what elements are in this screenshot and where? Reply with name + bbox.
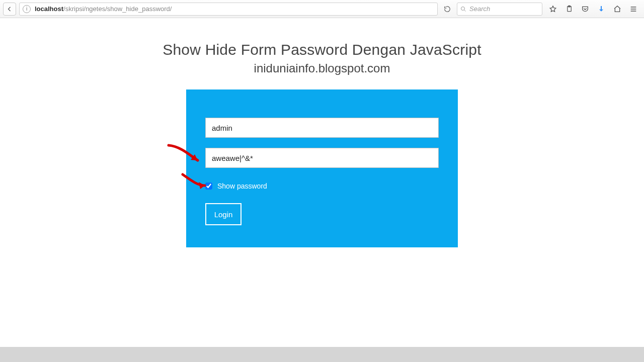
pocket-icon[interactable] (581, 5, 590, 14)
login-panel: Show password Login (186, 89, 458, 247)
svg-point-0 (461, 7, 465, 10)
search-icon (460, 6, 466, 12)
download-icon[interactable] (597, 5, 606, 14)
show-password-checkbox[interactable] (205, 183, 212, 190)
show-password-label: Show password (217, 182, 267, 190)
bottom-shade (0, 347, 644, 362)
page-viewport: Show Hide Form Password Dengan JavaScrip… (0, 18, 644, 362)
login-button[interactable]: Login (205, 203, 242, 225)
home-icon[interactable] (613, 5, 622, 14)
url-bar[interactable]: i localhost/skripsi/ngetes/show_hide_pas… (19, 3, 438, 16)
site-info-icon[interactable]: i (23, 5, 31, 13)
menu-icon[interactable] (629, 5, 638, 14)
back-button[interactable] (3, 3, 16, 16)
page-content: Show Hide Form Password Dengan JavaScrip… (0, 18, 644, 247)
search-placeholder: Search (469, 5, 490, 13)
toolbar-icons (548, 5, 638, 14)
reload-button[interactable] (441, 3, 454, 16)
browser-toolbar: i localhost/skripsi/ngetes/show_hide_pas… (0, 0, 644, 18)
page-subtitle: iniduniainfo.blogspot.com (254, 61, 390, 75)
search-box[interactable]: Search (457, 3, 542, 16)
username-input[interactable] (205, 118, 439, 138)
clipboard-icon[interactable] (565, 5, 574, 14)
bookmark-star-icon[interactable] (548, 5, 557, 14)
show-password-row[interactable]: Show password (205, 182, 439, 190)
url-host: localhost (35, 5, 63, 13)
password-input[interactable] (205, 148, 439, 168)
url-path: /skripsi/ngetes/show_hide_password/ (63, 5, 172, 13)
page-title: Show Hide Form Password Dengan JavaScrip… (163, 41, 481, 58)
url-text: localhost/skripsi/ngetes/show_hide_passw… (35, 5, 172, 13)
